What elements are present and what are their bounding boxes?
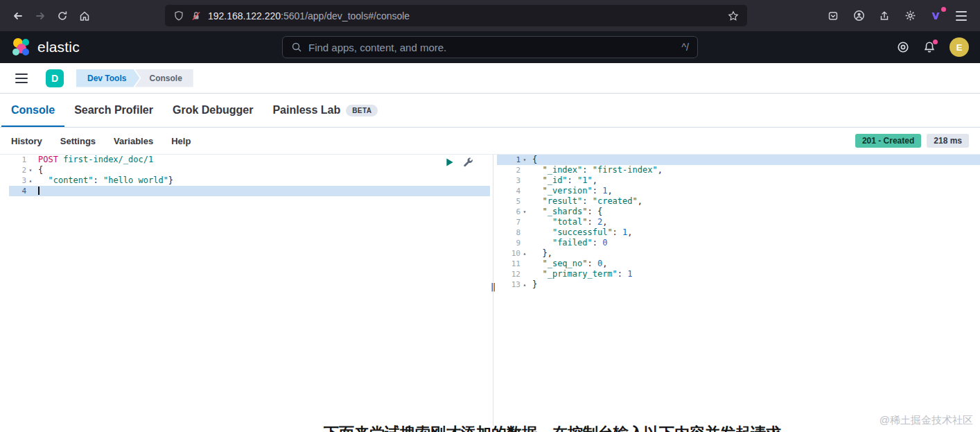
share-icon[interactable] [874, 6, 895, 26]
code-text: "content": "hello world"} [35, 175, 173, 186]
request-pane[interactable]: 1POST first-index/_doc/12▾{3▴ "content":… [0, 155, 490, 426]
code-line[interactable]: 9 "failed": 0 [497, 238, 980, 248]
code-line[interactable]: 13▴} [497, 279, 980, 290]
code-line[interactable]: 1▾{ [497, 155, 980, 165]
insecure-lock-icon[interactable] [191, 10, 202, 21]
tab-grok-debugger[interactable]: Grok Debugger [163, 104, 263, 127]
code-line[interactable]: 2▾{ [9, 165, 490, 175]
url-text: 192.168.122.220:5601/app/dev_tools#/cons… [208, 10, 410, 21]
nav-menu-icon[interactable] [15, 74, 28, 83]
code-line[interactable]: 3▴ "content": "hello world"} [9, 175, 490, 186]
fold-spacer [520, 227, 529, 238]
code-text: "_index": "first-index", [529, 165, 663, 175]
help-icon[interactable] [897, 41, 909, 53]
code-text: } [529, 279, 537, 290]
url-host: 192.168.122.220 [208, 10, 281, 21]
fold-down-icon[interactable]: ▾ [520, 155, 529, 165]
search-input[interactable] [308, 42, 676, 53]
code-text: "result": "created", [529, 196, 642, 207]
back-icon[interactable] [7, 5, 29, 27]
code-line[interactable]: 2 "_index": "first-index", [497, 165, 980, 175]
forward-icon[interactable] [29, 5, 51, 27]
fold-spacer [520, 217, 529, 227]
menu-link-help[interactable]: Help [171, 136, 191, 146]
home-icon[interactable] [73, 5, 96, 27]
breadcrumb-console[interactable]: Console [134, 69, 193, 87]
code-text: { [529, 155, 537, 165]
space-avatar[interactable]: D [46, 69, 64, 87]
send-request-icon[interactable] [446, 157, 454, 167]
kibana-header-right: E [897, 37, 969, 57]
code-line[interactable]: 4 [9, 186, 490, 196]
breadcrumb-dev-tools[interactable]: Dev Tools [76, 69, 139, 87]
status-badge: 201 - Created [855, 134, 921, 148]
user-avatar[interactable]: E [950, 37, 969, 57]
menu-link-variables[interactable]: Variables [114, 136, 153, 146]
fold-spacer [26, 155, 35, 165]
code-line[interactable]: 11 "_seq_no": 0, [497, 259, 980, 269]
extensions-gear-icon[interactable] [900, 6, 920, 26]
code-text: "failed": 0 [529, 238, 607, 248]
code-line[interactable]: 4 "_version": 1, [497, 186, 980, 196]
url-bar[interactable]: 192.168.122.220:5601/app/dev_tools#/cons… [165, 5, 747, 26]
menu-link-settings[interactable]: Settings [60, 136, 96, 146]
tab-bar: ConsoleSearch ProfilerGrok DebuggerPainl… [0, 94, 980, 128]
code-text: POST first-index/_doc/1 [35, 155, 153, 165]
text-cursor [38, 187, 40, 195]
fold-down-icon[interactable]: ▾ [26, 165, 35, 175]
fold-spacer [520, 238, 529, 248]
code-line[interactable]: 7 "total": 2, [497, 217, 980, 227]
elastic-brand[interactable]: elastic [11, 37, 80, 57]
response-badges: 201 - Created 218 ms [855, 134, 969, 148]
line-number: 1 [9, 155, 26, 165]
global-search[interactable]: ^/ [282, 36, 698, 58]
fold-spacer [520, 196, 529, 207]
code-text: "total": 2, [529, 217, 607, 227]
fold-down-icon[interactable]: ▾ [520, 207, 529, 217]
code-line[interactable]: 8 "successful": 1, [497, 227, 980, 238]
pane-resize-handle[interactable]: ‖ [491, 282, 496, 292]
tab-label: Painless Lab [272, 104, 340, 116]
notifications-bell-icon[interactable] [923, 41, 936, 53]
line-number: 3 [9, 175, 26, 186]
partial-article-text: 下面来尝试搜索刚才添加的数据，在控制台输入以下内容并发起请求 [125, 424, 980, 432]
tracking-shield-icon[interactable] [173, 10, 184, 21]
fold-spacer [26, 186, 35, 196]
account-icon[interactable] [848, 6, 869, 26]
line-number: 10 [497, 248, 520, 259]
tab-search-profiler[interactable]: Search Profiler [64, 104, 163, 127]
console-editor: 1POST first-index/_doc/12▾{3▴ "content":… [0, 154, 980, 426]
pocket-icon[interactable] [823, 6, 843, 26]
tab-console[interactable]: Console [1, 104, 64, 127]
menu-icon[interactable] [951, 6, 972, 26]
line-number: 12 [497, 269, 520, 279]
fold-spacer [520, 186, 529, 196]
elastic-logo-icon [11, 37, 30, 57]
code-line[interactable]: 1POST first-index/_doc/1 [9, 155, 490, 165]
search-shortcut-hint: ^/ [682, 42, 689, 53]
brand-text: elastic [37, 39, 80, 55]
fold-up-icon[interactable]: ▴ [26, 175, 35, 186]
code-text: "_primary_term": 1 [529, 269, 633, 279]
code-line[interactable]: 12 "_primary_term": 1 [497, 269, 980, 279]
fold-spacer [520, 269, 529, 279]
code-line[interactable]: 10▴ }, [497, 248, 980, 259]
reload-icon[interactable] [51, 5, 73, 27]
browser-chrome: 192.168.122.220:5601/app/dev_tools#/cons… [0, 0, 980, 31]
fold-spacer [520, 259, 529, 269]
console-menu: HistorySettingsVariablesHelp 201 - Creat… [0, 128, 980, 154]
bookmark-star-icon[interactable] [728, 10, 739, 21]
code-line[interactable]: 5 "result": "created", [497, 196, 980, 207]
code-line[interactable]: 3 "_id": "1", [497, 175, 980, 186]
browser-toolbar-icons [823, 6, 973, 26]
alert-dot [933, 40, 938, 44]
code-line[interactable]: 6▾ "_shards": { [497, 207, 980, 217]
fold-up-icon[interactable]: ▴ [520, 248, 529, 259]
v-extension-icon[interactable] [925, 6, 946, 26]
tab-painless-lab[interactable]: Painless LabBETA [263, 104, 387, 127]
line-number: 2 [9, 165, 26, 175]
menu-link-history[interactable]: History [11, 136, 42, 146]
wrench-icon[interactable] [463, 157, 473, 167]
fold-up-icon[interactable]: ▴ [520, 279, 529, 290]
response-pane[interactable]: 1▾{2 "_index": "first-index",3 "_id": "1… [497, 155, 980, 426]
